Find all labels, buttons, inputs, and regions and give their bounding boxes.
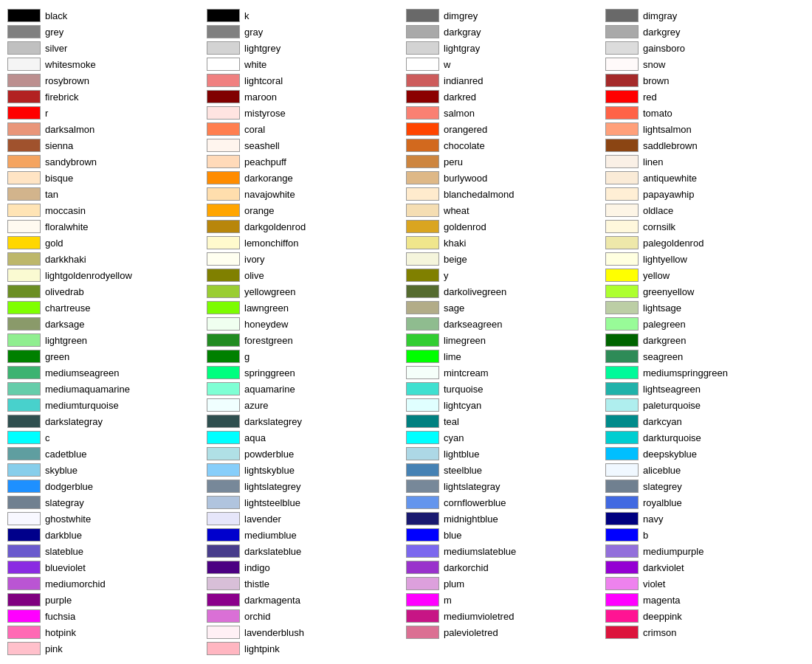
color-row: mediumseagreen <box>7 365 207 380</box>
color-row: lightblue <box>406 446 605 461</box>
color-row: lightcoral <box>207 73 406 88</box>
color-swatch <box>7 333 41 347</box>
color-swatch <box>207 350 240 363</box>
color-name: lightsteelblue <box>244 497 300 508</box>
color-row: darksalmon <box>7 122 207 136</box>
color-name: mediumspringgreen <box>643 367 728 378</box>
color-swatch <box>207 317 240 331</box>
color-row: indigo <box>207 560 406 575</box>
color-swatch <box>207 106 240 120</box>
color-name: palevioletred <box>444 627 498 638</box>
color-swatch <box>605 382 639 395</box>
color-swatch <box>406 285 439 298</box>
color-name: azure <box>244 400 269 411</box>
color-swatch <box>605 512 639 525</box>
color-name: forestgreen <box>244 335 293 346</box>
color-row: gray <box>207 24 406 39</box>
color-name: lightblue <box>444 449 479 460</box>
color-name: deepskyblue <box>643 449 697 460</box>
color-row: saddlebrown <box>605 138 805 153</box>
color-row: lightgreen <box>7 333 207 347</box>
color-swatch <box>406 301 439 314</box>
color-row: silver <box>7 41 207 55</box>
color-swatch <box>207 204 240 217</box>
color-row: limegreen <box>406 333 605 347</box>
color-row: paleturquoise <box>605 398 805 412</box>
color-row: darkorchid <box>406 560 605 575</box>
color-row: orange <box>207 203 406 218</box>
color-row: royalblue <box>605 495 805 510</box>
color-name: g <box>244 351 250 362</box>
color-name: antiquewhite <box>643 173 697 184</box>
color-swatch <box>406 561 439 574</box>
color-swatch <box>406 41 439 55</box>
color-swatch <box>7 496 41 509</box>
color-row: mediumspringgreen <box>605 365 805 380</box>
color-swatch <box>207 512 240 525</box>
color-swatch <box>207 139 240 152</box>
color-swatch <box>207 496 240 509</box>
color-swatch <box>207 626 240 639</box>
color-row: lemonchiffon <box>207 235 406 250</box>
color-row: aliceblue <box>605 463 805 477</box>
color-name: limegreen <box>444 335 486 346</box>
color-row: turquoise <box>406 381 605 396</box>
color-name: lightgreen <box>45 335 87 346</box>
color-name: blueviolet <box>45 562 86 573</box>
color-row: chartreuse <box>7 300 207 315</box>
color-swatch <box>605 58 639 71</box>
color-name: beige <box>444 254 467 265</box>
color-row: mediumorchid <box>7 576 207 591</box>
color-name: moccasin <box>45 205 86 216</box>
color-swatch <box>406 593 439 606</box>
color-swatch <box>207 58 240 71</box>
color-name: darkturquoise <box>643 432 701 443</box>
color-name: whitesmoke <box>45 59 96 70</box>
color-swatch <box>207 642 240 655</box>
color-swatch <box>406 74 439 87</box>
color-name: indigo <box>244 562 270 573</box>
color-swatch <box>7 512 41 525</box>
color-row: deepskyblue <box>605 446 805 461</box>
color-row: seagreen <box>605 349 805 364</box>
color-name: darkorange <box>244 173 293 184</box>
color-swatch <box>605 204 639 217</box>
color-name: darkkhaki <box>45 254 86 265</box>
color-row: violet <box>605 576 805 591</box>
color-name: purple <box>45 595 72 606</box>
color-row: mediumpurple <box>605 544 805 558</box>
color-name: ghostwhite <box>45 513 91 525</box>
color-row: gold <box>7 235 207 250</box>
color-row: deeppink <box>605 609 805 623</box>
color-row: honeydew <box>207 317 406 331</box>
color-swatch <box>7 431 41 444</box>
color-name: darkcyan <box>643 416 682 427</box>
color-row: g <box>207 349 406 364</box>
color-name: lightyellow <box>643 254 687 265</box>
color-swatch <box>406 366 439 379</box>
color-name: olivedrab <box>45 286 84 297</box>
color-row: mediumslateblue <box>406 544 605 558</box>
color-swatch <box>605 496 639 509</box>
color-name: m <box>444 595 452 606</box>
color-row: b <box>605 528 805 542</box>
color-name: lightgray <box>444 43 480 54</box>
color-row: orangered <box>406 122 605 136</box>
color-name: darkgreen <box>643 335 687 346</box>
color-row: floralwhite <box>7 219 207 234</box>
color-row: purple <box>7 592 207 607</box>
color-name: orchid <box>244 611 270 622</box>
color-row: tan <box>7 187 207 201</box>
color-row: blue <box>406 528 605 542</box>
color-name: mediumturquoise <box>45 400 119 411</box>
color-name: b <box>643 530 648 541</box>
color-swatch <box>406 155 439 168</box>
color-name: mediumaquamarine <box>45 384 130 395</box>
color-name: magenta <box>643 595 681 606</box>
color-name: tomato <box>643 108 672 119</box>
color-swatch <box>207 593 240 606</box>
color-row: orchid <box>207 609 406 623</box>
color-name: darkorchid <box>444 562 489 573</box>
color-name: crimson <box>643 627 677 638</box>
color-row: wheat <box>406 203 605 218</box>
